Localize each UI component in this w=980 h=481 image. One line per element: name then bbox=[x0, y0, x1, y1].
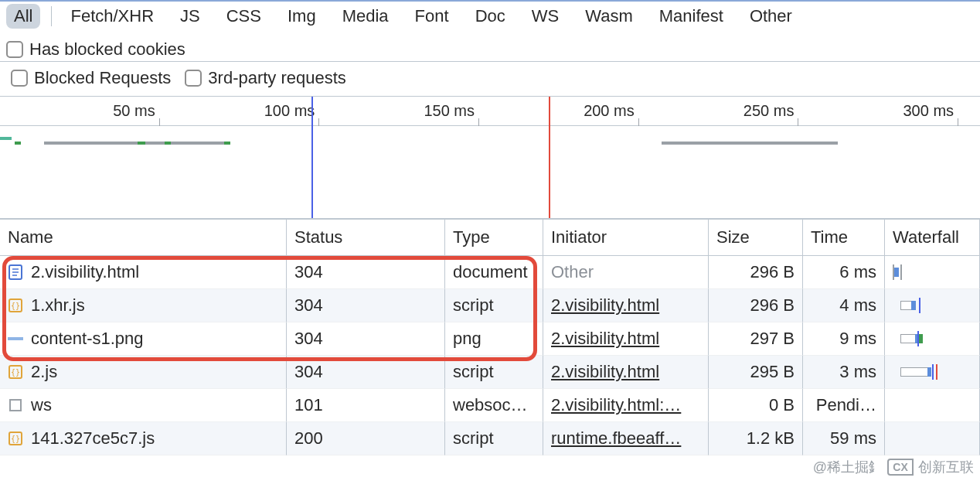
cell-type[interactable]: script bbox=[445, 422, 543, 455]
tick-label: 50 ms bbox=[113, 102, 155, 120]
col-header-type[interactable]: Type bbox=[445, 219, 543, 256]
timeline-bars bbox=[0, 126, 980, 219]
cell-size[interactable]: 1.2 kB bbox=[709, 422, 803, 455]
network-table-container: Name Status Type Initiator Size Time Wat… bbox=[0, 219, 980, 455]
cell-name[interactable]: {} 141.327ce5c7.js bbox=[0, 422, 287, 455]
filter-type-other[interactable]: Other bbox=[742, 4, 800, 29]
cell-time[interactable]: Pendi… bbox=[803, 389, 885, 422]
cell-waterfall[interactable] bbox=[885, 289, 980, 322]
blocked-requests-checkbox[interactable]: Blocked Requests bbox=[11, 68, 171, 88]
cell-status[interactable]: 304 bbox=[287, 289, 445, 322]
cell-waterfall[interactable] bbox=[885, 356, 980, 389]
cell-size[interactable]: 297 B bbox=[709, 322, 803, 356]
filter-type-js[interactable]: JS bbox=[172, 4, 208, 29]
filter-type-manifest[interactable]: Manifest bbox=[652, 4, 731, 29]
filter-divider bbox=[51, 6, 52, 26]
cell-time[interactable]: 59 ms bbox=[803, 422, 885, 455]
cell-initiator[interactable]: runtime.fbeeaff… bbox=[543, 422, 709, 455]
cell-type[interactable]: websoc… bbox=[445, 389, 543, 422]
cell-time[interactable]: 9 ms bbox=[803, 322, 885, 356]
name-text: content-s1.png bbox=[31, 329, 144, 349]
cell-initiator[interactable]: 2.visibility.html:… bbox=[543, 389, 709, 422]
cell-status[interactable]: 304 bbox=[287, 322, 445, 356]
tick-label: 150 ms bbox=[424, 102, 475, 120]
cell-time[interactable]: 3 ms bbox=[803, 356, 885, 389]
initiator-link[interactable]: 2.visibility.html:… bbox=[551, 395, 681, 415]
cell-status[interactable]: 304 bbox=[287, 256, 445, 289]
filter-bar-secondary: Blocked Requests 3rd-party requests bbox=[0, 62, 980, 97]
cell-size[interactable]: 296 B bbox=[709, 256, 803, 289]
has-blocked-cookies-checkbox[interactable]: Has blocked cookies bbox=[6, 39, 185, 60]
col-header-time[interactable]: Time bbox=[803, 219, 885, 256]
col-header-size[interactable]: Size bbox=[709, 219, 803, 256]
cell-name[interactable]: ws bbox=[0, 389, 287, 422]
has-blocked-cookies-label: Has blocked cookies bbox=[29, 39, 185, 60]
svg-rect-6 bbox=[8, 337, 23, 340]
tick-label: 250 ms bbox=[744, 102, 795, 120]
watermark-logo-icon: CX bbox=[887, 459, 914, 476]
cell-name[interactable]: {} 2.js bbox=[0, 356, 287, 389]
script-icon: {} bbox=[8, 297, 23, 314]
svg-text:{}: {} bbox=[11, 368, 20, 377]
third-party-label: 3rd-party requests bbox=[208, 68, 346, 88]
script-icon: {} bbox=[8, 430, 23, 447]
tick-label: 200 ms bbox=[584, 102, 635, 120]
initiator-link[interactable]: 2.visibility.html bbox=[551, 295, 659, 316]
cell-size[interactable]: 295 B bbox=[709, 356, 803, 389]
cell-waterfall[interactable] bbox=[885, 389, 980, 422]
name-text: 2.visibility.html bbox=[31, 262, 139, 282]
initiator-link[interactable]: 2.visibility.html bbox=[551, 329, 659, 349]
filter-type-img[interactable]: Img bbox=[280, 4, 324, 29]
cell-type[interactable]: script bbox=[445, 356, 543, 389]
cell-time[interactable]: 6 ms bbox=[803, 256, 885, 289]
cell-name[interactable]: {} 1.xhr.js bbox=[0, 289, 287, 322]
filter-type-doc[interactable]: Doc bbox=[468, 4, 513, 29]
third-party-checkbox[interactable]: 3rd-party requests bbox=[185, 68, 346, 88]
timeline-overview[interactable]: 50 ms 100 ms 150 ms 200 ms 250 ms 300 ms bbox=[0, 97, 980, 219]
cell-status[interactable]: 200 bbox=[287, 422, 445, 455]
svg-text:{}: {} bbox=[11, 435, 20, 443]
cell-status[interactable]: 304 bbox=[287, 356, 445, 389]
col-header-name[interactable]: Name bbox=[0, 219, 287, 256]
timeline-ruler: 50 ms 100 ms 150 ms 200 ms 250 ms 300 ms bbox=[0, 97, 980, 126]
cell-initiator[interactable]: 2.visibility.html bbox=[543, 289, 709, 322]
initiator-link[interactable]: 2.visibility.html bbox=[551, 362, 659, 382]
cell-name[interactable]: 2.visibility.html bbox=[0, 256, 287, 289]
checkbox-icon bbox=[6, 41, 23, 58]
cell-initiator[interactable]: 2.visibility.html bbox=[543, 356, 709, 389]
cell-waterfall[interactable] bbox=[885, 322, 980, 356]
filter-type-all[interactable]: All bbox=[6, 4, 40, 29]
cell-waterfall[interactable] bbox=[885, 422, 980, 455]
filter-type-media[interactable]: Media bbox=[335, 4, 396, 29]
name-text: ws bbox=[31, 395, 52, 415]
svg-rect-9 bbox=[10, 400, 21, 411]
cell-time[interactable]: 4 ms bbox=[803, 289, 885, 322]
col-header-waterfall[interactable]: Waterfall bbox=[885, 219, 980, 256]
image-icon bbox=[8, 330, 23, 347]
filter-type-font[interactable]: Font bbox=[407, 4, 457, 29]
cell-type[interactable]: document bbox=[445, 256, 543, 289]
cell-type[interactable]: png bbox=[445, 322, 543, 356]
cell-status[interactable]: 101 bbox=[287, 389, 445, 422]
filter-type-css[interactable]: CSS bbox=[219, 4, 269, 29]
cell-name[interactable]: content-s1.png bbox=[0, 322, 287, 356]
cell-initiator[interactable]: Other bbox=[543, 256, 709, 289]
cell-type[interactable]: script bbox=[445, 289, 543, 322]
col-header-initiator[interactable]: Initiator bbox=[543, 219, 709, 256]
filter-type-fetchxhr[interactable]: Fetch/XHR bbox=[63, 4, 162, 29]
col-header-status[interactable]: Status bbox=[287, 219, 445, 256]
checkbox-icon bbox=[185, 70, 202, 87]
cell-initiator[interactable]: 2.visibility.html bbox=[543, 322, 709, 356]
name-text: 2.js bbox=[31, 362, 57, 382]
name-text: 1.xhr.js bbox=[31, 295, 85, 316]
cell-size[interactable]: 0 B bbox=[709, 389, 803, 422]
network-table: Name Status Type Initiator Size Time Wat… bbox=[0, 219, 980, 455]
tick-label: 100 ms bbox=[264, 102, 315, 120]
generic-icon bbox=[8, 397, 23, 414]
filter-type-wasm[interactable]: Wasm bbox=[577, 4, 641, 29]
initiator-link[interactable]: runtime.fbeeaff… bbox=[551, 428, 681, 449]
checkbox-icon bbox=[11, 70, 28, 87]
filter-type-ws[interactable]: WS bbox=[524, 4, 567, 29]
cell-waterfall[interactable] bbox=[885, 256, 980, 289]
cell-size[interactable]: 296 B bbox=[709, 289, 803, 322]
